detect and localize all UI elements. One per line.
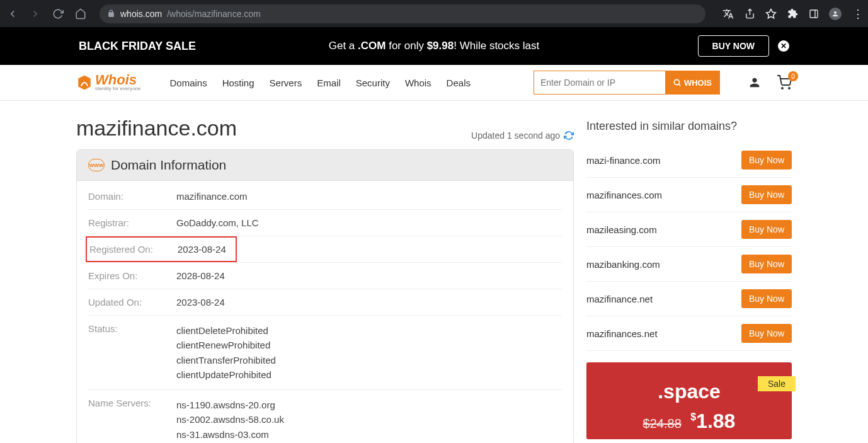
promo-new-price: $1.88 — [690, 410, 735, 432]
url-path: /whois/mazifinance.com — [167, 9, 261, 19]
bookmark-icon[interactable] — [765, 8, 777, 20]
nav-servers[interactable]: Servers — [270, 78, 302, 88]
promo-tld: .space — [593, 380, 785, 403]
value-registrar: GoDaddy.com, LLC — [176, 217, 259, 228]
lock-icon — [107, 9, 115, 18]
banner-text-tld: .COM — [358, 40, 385, 52]
similar-domain-row: mazileasing.com Buy Now — [586, 212, 792, 247]
banner-sale-text: BLACK FRIDAY SALE — [79, 40, 196, 53]
share-icon[interactable] — [743, 8, 756, 20]
ns-0: ns-1190.awsdns-20.org — [176, 398, 284, 412]
row-registrar: Registrar: GoDaddy.com, LLC — [88, 210, 562, 236]
row-status: Status: clientDeleteProhibited clientRen… — [88, 316, 562, 390]
logo-subtitle: Identity for everyone — [95, 86, 140, 91]
value-nameservers: ns-1190.awsdns-20.org ns-2002.awsdns-58.… — [176, 398, 284, 443]
forward-button[interactable] — [28, 6, 43, 21]
nav-email[interactable]: Email — [317, 78, 341, 88]
card-title: Domain Information — [111, 158, 226, 173]
www-icon: WWW — [88, 159, 105, 171]
similar-domain-name: mazibanking.com — [586, 259, 660, 270]
refresh-icon[interactable] — [564, 130, 574, 141]
value-registered: 2023-08-24 — [178, 244, 226, 255]
whois-search: WHOIS — [534, 71, 720, 95]
svg-rect-2 — [810, 10, 818, 18]
whois-search-button[interactable]: WHOIS — [665, 71, 719, 94]
address-bar[interactable]: whois.com/whois/mazifinance.com — [100, 4, 705, 23]
status-1: clientRenewProhibited — [176, 338, 276, 352]
sidebar-title: Interested in similar domains? — [586, 120, 792, 133]
chrome-right-icons: ⋮ — [722, 8, 863, 20]
page-title: mazifinance.com — [76, 116, 237, 141]
ns-1: ns-2002.awsdns-58.co.uk — [176, 412, 284, 427]
similar-domain-row: mazi-finance.com Buy Now — [586, 143, 792, 178]
similar-domain-row: mazifinance.net Buy Now — [586, 282, 792, 316]
nav-whois[interactable]: Whois — [405, 78, 431, 88]
domain-info-card: WWW Domain Information Domain: mazifinan… — [76, 149, 574, 443]
nav-deals[interactable]: Deals — [447, 78, 471, 88]
promo-whole: 1 — [696, 410, 707, 432]
nav-security[interactable]: Security — [356, 78, 390, 88]
buy-now-button[interactable]: Buy Now — [741, 185, 792, 204]
row-updated: Updated On: 2023-08-24 — [88, 289, 562, 316]
label-status: Status: — [88, 323, 176, 334]
banner-text-post: ! While stocks last — [454, 40, 539, 52]
site-header: Whois Identity for everyone Domains Host… — [0, 65, 868, 101]
sale-tab: Sale — [758, 376, 796, 391]
reload-button[interactable] — [50, 6, 66, 21]
nav-hosting[interactable]: Hosting — [222, 78, 254, 88]
whois-search-label: WHOIS — [684, 78, 712, 88]
profile-icon[interactable] — [829, 8, 842, 20]
promo-old-price: $24.88 — [643, 417, 682, 430]
label-registered: Registered On: — [89, 244, 178, 255]
similar-domain-row: mazifinances.com Buy Now — [586, 178, 792, 212]
banner-text-mid: for only — [385, 40, 426, 52]
svg-line-5 — [679, 84, 681, 86]
cart-icon[interactable]: 0 — [777, 75, 792, 90]
svg-point-7 — [789, 88, 790, 89]
search-input[interactable] — [534, 71, 665, 94]
nav-domains[interactable]: Domains — [169, 78, 207, 88]
updated-text: Updated 1 second ago — [471, 130, 560, 141]
row-registered: Registered On: 2023-08-24 — [88, 236, 562, 263]
menu-icon[interactable]: ⋮ — [850, 8, 863, 20]
extensions-icon[interactable] — [786, 8, 799, 20]
value-domain: mazifinance.com — [176, 191, 248, 202]
value-status: clientDeleteProhibited clientRenewProhib… — [176, 323, 276, 382]
promo-dollar: $ — [690, 411, 696, 422]
row-nameservers: Name Servers: ns-1190.awsdns-20.org ns-2… — [88, 390, 562, 443]
svg-marker-1 — [767, 9, 776, 18]
row-expires: Expires On: 2028-08-24 — [88, 263, 562, 289]
promo-card[interactable]: Sale .space $24.88 $1.88 — [586, 362, 792, 439]
home-button[interactable] — [73, 6, 88, 21]
label-registrar: Registrar: — [88, 217, 176, 228]
promo-price: $24.88 $1.88 — [593, 410, 785, 433]
logo-icon — [76, 74, 93, 91]
back-button[interactable] — [5, 6, 20, 21]
similar-domain-name: mazifinance.net — [586, 294, 653, 304]
value-expires: 2028-08-24 — [176, 270, 225, 281]
banner-buy-button[interactable]: BUY NOW — [698, 35, 769, 57]
buy-now-button[interactable]: Buy Now — [741, 289, 792, 308]
similar-domain-name: mazileasing.com — [586, 224, 657, 235]
buy-now-button[interactable]: Buy Now — [741, 151, 792, 170]
banner-text-pre: Get a — [329, 40, 358, 52]
updated-timestamp: Updated 1 second ago — [471, 130, 574, 141]
row-domain: Domain: mazifinance.com — [88, 183, 562, 210]
status-2: clientTransferProhibited — [176, 353, 276, 367]
label-updated: Updated On: — [88, 297, 176, 308]
buy-now-button[interactable]: Buy Now — [741, 324, 792, 343]
logo-text: Whois — [95, 74, 140, 86]
highlight-box: Registered On: 2023-08-24 — [86, 236, 237, 262]
url-host: whois.com — [120, 9, 162, 19]
buy-now-button[interactable]: Buy Now — [741, 255, 792, 273]
ns-2: ns-31.awsdns-03.com — [176, 427, 284, 442]
sidepanel-icon[interactable] — [808, 8, 820, 20]
similar-domain-row: mazibanking.com Buy Now — [586, 247, 792, 282]
sidebar: Interested in similar domains? mazi-fina… — [586, 111, 792, 443]
svg-point-4 — [674, 79, 679, 84]
banner-close-button[interactable]: ✕ — [778, 40, 789, 52]
logo[interactable]: Whois Identity for everyone — [76, 74, 140, 92]
buy-now-button[interactable]: Buy Now — [741, 220, 792, 239]
translate-icon[interactable] — [722, 8, 734, 20]
account-icon[interactable] — [748, 76, 762, 89]
